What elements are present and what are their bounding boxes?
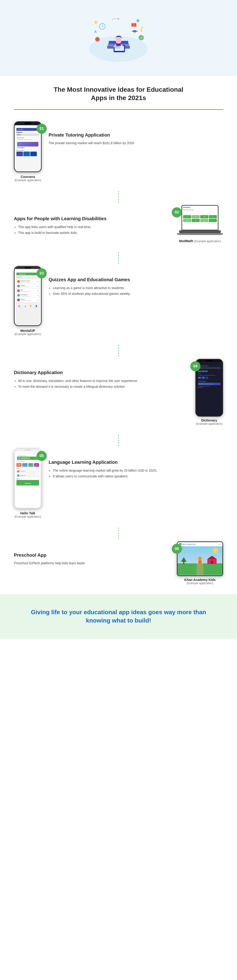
section-05-title: Language Learning Application — [49, 460, 223, 465]
mentalup-sublabel: (Example application) — [14, 332, 41, 336]
section-01: Coursera Explore Topics ▾ My Coursera Ge… — [14, 121, 223, 182]
section-05-text-col: Language Learning Application The online… — [49, 449, 223, 479]
svg-point-21 — [139, 35, 144, 40]
svg-rect-28 — [140, 26, 143, 31]
svg-text:A: A — [94, 30, 97, 33]
svg-point-4 — [115, 37, 121, 44]
main-title: The Most Innovative Ideas for Educationa… — [32, 86, 205, 102]
section-02-image-col: 02 ModMath Math Worksheet App 7 × 8 = — [177, 205, 223, 243]
badge-05: 05 — [37, 451, 47, 461]
badge-03: 03 — [37, 268, 47, 278]
section-03-text-col: Quizzes App and Educational Games Learni… — [49, 266, 223, 297]
modmath-label: ModMath (Example application) — [179, 239, 221, 243]
cta-text: Giving life to your educational app idea… — [19, 608, 218, 625]
section-06-desc: Preschool EdTech platforms help kids lea… — [14, 561, 170, 566]
section-05-bullet-2: It allows users to communicate with nati… — [53, 474, 223, 479]
connector-01-02 — [0, 191, 237, 203]
section-02-title: Apps for People with Learning Disabiliti… — [14, 216, 170, 221]
section-03-bullet-2: Over 55% of students play educational ga… — [53, 291, 223, 297]
badge-02: 02 — [172, 207, 182, 218]
section-01-text-col: Private Tutoring Application The private… — [49, 121, 223, 146]
hellotalk-label: Hello Talk — [20, 511, 35, 515]
section-06-title: Preschool App — [14, 552, 170, 558]
hero-section: A — [0, 0, 237, 76]
section-01-title: Private Tutoring Application — [49, 132, 223, 138]
section-03-image-col: 🏋️ Exercises Categories Speed & Accuracy… — [14, 266, 42, 336]
section-06-image-col: 06 K Khan Academy Kids ★ ●● — [177, 541, 223, 585]
svg-rect-10 — [115, 48, 122, 48]
section-04: 04 🔵 Dictionary.com ★ Search... serotina… — [14, 359, 223, 425]
coursera-label: Coursera — [21, 175, 35, 179]
connector-04-05 — [0, 435, 237, 446]
section-06: 06 K Khan Academy Kids ★ ●● — [14, 541, 223, 585]
connector-05-06 — [0, 528, 237, 539]
cta-section: Giving life to your educational app idea… — [0, 594, 237, 639]
section-02-bullet-2: This app is build to fascinate autistic … — [18, 230, 170, 236]
section-03: 🏋️ Exercises Categories Speed & Accuracy… — [14, 266, 223, 336]
section-02: 02 ModMath Math Worksheet App 7 × 8 = — [14, 205, 223, 243]
modmath-sublabel: (Example application) — [194, 240, 221, 243]
main-title-section: The Most Innovative Ideas for Educationa… — [14, 76, 223, 110]
svg-point-24 — [134, 32, 135, 33]
section-02-bullet-1: This app links users with qualified help… — [18, 224, 170, 230]
khanacademy-tablet: K Khan Academy Kids ★ ●● — [177, 541, 223, 576]
section-05-image-col: Learning Content HelloWords Practice & I… — [14, 449, 42, 518]
modmath-laptop: ModMath Math Worksheet App 7 × 8 = 5 6 +… — [177, 205, 223, 237]
section-03-bullets: Learning as a game is more attractive to… — [49, 285, 223, 297]
section-04-image-col: 04 🔵 Dictionary.com ★ Search... serotina… — [195, 359, 223, 425]
section-03-title: Quizzes App and Educational Games — [49, 277, 223, 282]
badge-04: 04 — [190, 361, 200, 371]
hellotalk-sublabel: (Example application) — [14, 515, 41, 518]
connector-02-03 — [0, 252, 237, 264]
section-03-bullet-1: Learning as a game is more attractive to… — [53, 285, 223, 291]
section-02-bullets: This app links users with qualified help… — [14, 224, 170, 236]
section-05-bullets: The online language learning market will… — [49, 468, 223, 479]
dict-label: Dictionary — [201, 418, 217, 422]
hero-illustration: A — [86, 9, 151, 69]
svg-rect-11 — [115, 48, 120, 49]
svg-marker-15 — [136, 18, 140, 23]
ka-label: Khan Academy Kids — [184, 578, 216, 582]
section-04-bullet-2: To meet the demand it is necessary to cr… — [18, 384, 188, 390]
section-04-title: Dictionary Application — [14, 370, 188, 375]
badge-01: 01 — [37, 124, 47, 134]
section-01-image-col: Coursera Explore Topics ▾ My Coursera Ge… — [14, 121, 42, 182]
section-05: Learning Content HelloWords Practice & I… — [14, 449, 223, 518]
badge-06: 06 — [172, 544, 182, 554]
svg-rect-9 — [115, 46, 120, 47]
connector-03-04 — [0, 345, 237, 356]
svg-marker-30 — [118, 18, 119, 20]
coursera-sublabel: (Example application) — [14, 179, 41, 182]
dict-sublabel: (Example application) — [196, 422, 223, 425]
ka-sublabel: (Example application) — [187, 582, 213, 585]
section-06-text-col: Preschool App Preschool EdTech platforms… — [14, 541, 170, 566]
section-02-text-col: Apps for People with Learning Disabiliti… — [14, 205, 170, 236]
svg-marker-14 — [94, 20, 98, 24]
section-04-text-col: Dictionary Application All in one: dicti… — [14, 359, 188, 390]
section-04-bullet-1: All in one: dictionary, translation, and… — [18, 378, 188, 384]
section-04-bullets: All in one: dictionary, translation, and… — [14, 378, 188, 390]
svg-rect-26 — [97, 37, 98, 38]
section-01-desc: The private tutoring market will reach $… — [49, 140, 223, 146]
svg-marker-29 — [141, 31, 142, 32]
mentalup-label: MentalUP — [20, 329, 35, 332]
section-05-bullet-1: The online language learning market will… — [53, 468, 223, 474]
